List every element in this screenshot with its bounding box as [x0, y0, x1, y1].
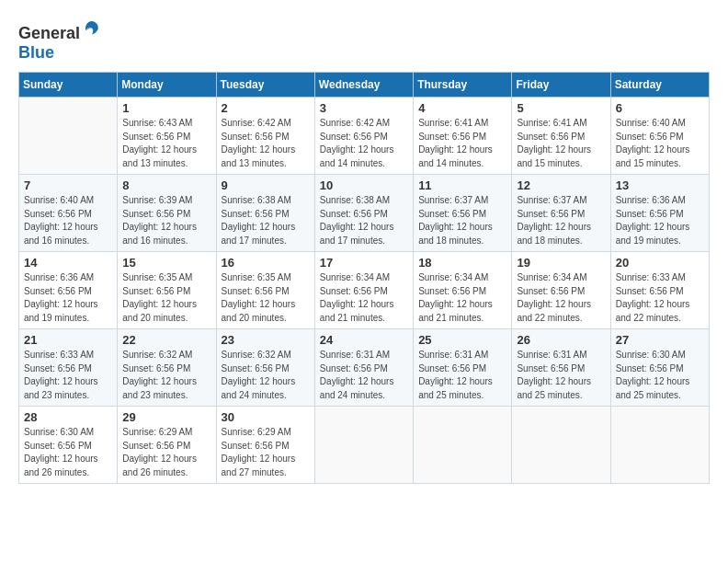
calendar-cell: 28 Sunrise: 6:30 AMSunset: 6:56 PMDaylig… [19, 407, 118, 484]
day-info: Sunrise: 6:30 AMSunset: 6:56 PMDaylight:… [24, 426, 112, 479]
day-number: 30 [222, 410, 310, 424]
calendar-cell: 16 Sunrise: 6:35 AMSunset: 6:56 PMDaylig… [216, 252, 314, 329]
calendar-cell: 11 Sunrise: 6:37 AMSunset: 6:56 PMDaylig… [414, 175, 512, 252]
calendar-table: SundayMondayTuesdayWednesdayThursdayFrid… [18, 72, 710, 484]
day-info: Sunrise: 6:40 AMSunset: 6:56 PMDaylight:… [24, 194, 112, 247]
calendar-cell: 20 Sunrise: 6:33 AMSunset: 6:56 PMDaylig… [610, 252, 709, 329]
day-info: Sunrise: 6:43 AMSunset: 6:56 PMDaylight:… [122, 117, 210, 170]
calendar-cell: 30 Sunrise: 6:29 AMSunset: 6:56 PMDaylig… [216, 407, 314, 484]
day-info: Sunrise: 6:32 AMSunset: 6:56 PMDaylight:… [122, 349, 210, 402]
page-header: General Blue [18, 18, 710, 63]
day-info: Sunrise: 6:30 AMSunset: 6:56 PMDaylight:… [616, 349, 704, 402]
day-info: Sunrise: 6:37 AMSunset: 6:56 PMDaylight:… [418, 194, 506, 247]
day-number: 28 [24, 410, 112, 424]
day-number: 23 [222, 333, 310, 347]
weekday-monday: Monday [118, 73, 216, 98]
calendar-cell [314, 407, 413, 484]
day-info: Sunrise: 6:34 AMSunset: 6:56 PMDaylight:… [418, 271, 506, 325]
day-info: Sunrise: 6:34 AMSunset: 6:56 PMDaylight:… [517, 271, 605, 325]
day-number: 24 [320, 333, 408, 347]
day-info: Sunrise: 6:33 AMSunset: 6:56 PMDaylight:… [616, 271, 704, 325]
day-info: Sunrise: 6:40 AMSunset: 6:56 PMDaylight:… [616, 117, 704, 170]
logo-wordmark: General Blue [18, 18, 102, 63]
day-number: 3 [320, 101, 408, 115]
calendar-cell: 15 Sunrise: 6:35 AMSunset: 6:56 PMDaylig… [118, 252, 216, 329]
logo-blue: Blue [18, 43, 54, 62]
day-info: Sunrise: 6:32 AMSunset: 6:56 PMDaylight:… [222, 349, 310, 402]
day-number: 27 [616, 333, 704, 347]
calendar-cell: 27 Sunrise: 6:30 AMSunset: 6:56 PMDaylig… [610, 329, 709, 407]
calendar-week-5: 28 Sunrise: 6:30 AMSunset: 6:56 PMDaylig… [19, 407, 710, 484]
calendar-cell [19, 98, 118, 175]
day-info: Sunrise: 6:36 AMSunset: 6:56 PMDaylight:… [24, 271, 112, 325]
day-number: 29 [122, 410, 210, 424]
weekday-saturday: Saturday [610, 73, 709, 98]
calendar-week-4: 21 Sunrise: 6:33 AMSunset: 6:56 PMDaylig… [19, 329, 710, 407]
calendar-week-2: 7 Sunrise: 6:40 AMSunset: 6:56 PMDayligh… [19, 175, 710, 252]
day-info: Sunrise: 6:35 AMSunset: 6:56 PMDaylight:… [122, 271, 210, 325]
day-number: 4 [418, 101, 506, 115]
day-number: 6 [616, 101, 704, 115]
weekday-tuesday: Tuesday [216, 73, 314, 98]
day-info: Sunrise: 6:41 AMSunset: 6:56 PMDaylight:… [517, 117, 605, 170]
calendar-week-1: 1 Sunrise: 6:43 AMSunset: 6:56 PMDayligh… [19, 98, 710, 175]
day-number: 13 [616, 178, 704, 192]
calendar-cell: 6 Sunrise: 6:40 AMSunset: 6:56 PMDayligh… [610, 98, 709, 175]
calendar-cell: 21 Sunrise: 6:33 AMSunset: 6:56 PMDaylig… [19, 329, 118, 407]
weekday-thursday: Thursday [414, 73, 512, 98]
calendar-cell: 13 Sunrise: 6:36 AMSunset: 6:56 PMDaylig… [610, 175, 709, 252]
calendar-cell: 19 Sunrise: 6:34 AMSunset: 6:56 PMDaylig… [512, 252, 610, 329]
day-info: Sunrise: 6:34 AMSunset: 6:56 PMDaylight:… [320, 271, 408, 325]
day-info: Sunrise: 6:29 AMSunset: 6:56 PMDaylight:… [222, 426, 310, 479]
calendar-cell [512, 407, 610, 484]
day-info: Sunrise: 6:29 AMSunset: 6:56 PMDaylight:… [122, 426, 210, 479]
day-number: 8 [122, 178, 210, 192]
day-info: Sunrise: 6:36 AMSunset: 6:56 PMDaylight:… [616, 194, 704, 247]
day-number: 2 [222, 101, 310, 115]
day-number: 14 [24, 256, 112, 270]
calendar-cell: 10 Sunrise: 6:38 AMSunset: 6:56 PMDaylig… [314, 175, 413, 252]
weekday-wednesday: Wednesday [314, 73, 413, 98]
day-info: Sunrise: 6:33 AMSunset: 6:56 PMDaylight:… [24, 349, 112, 402]
day-number: 22 [122, 333, 210, 347]
logo: General Blue [18, 18, 102, 63]
day-info: Sunrise: 6:38 AMSunset: 6:56 PMDaylight:… [222, 194, 310, 247]
calendar-cell: 22 Sunrise: 6:32 AMSunset: 6:56 PMDaylig… [118, 329, 216, 407]
calendar-cell: 7 Sunrise: 6:40 AMSunset: 6:56 PMDayligh… [19, 175, 118, 252]
weekday-sunday: Sunday [19, 73, 118, 98]
calendar-week-3: 14 Sunrise: 6:36 AMSunset: 6:56 PMDaylig… [19, 252, 710, 329]
calendar-cell: 5 Sunrise: 6:41 AMSunset: 6:56 PMDayligh… [512, 98, 610, 175]
day-number: 16 [222, 256, 310, 270]
day-info: Sunrise: 6:35 AMSunset: 6:56 PMDaylight:… [222, 271, 310, 325]
day-number: 26 [517, 333, 605, 347]
day-number: 25 [418, 333, 506, 347]
day-info: Sunrise: 6:42 AMSunset: 6:56 PMDaylight:… [222, 117, 310, 170]
calendar-cell: 12 Sunrise: 6:37 AMSunset: 6:56 PMDaylig… [512, 175, 610, 252]
calendar-header: SundayMondayTuesdayWednesdayThursdayFrid… [19, 73, 710, 98]
calendar-cell: 3 Sunrise: 6:42 AMSunset: 6:56 PMDayligh… [314, 98, 413, 175]
day-number: 5 [517, 101, 605, 115]
day-number: 11 [418, 178, 506, 192]
weekday-friday: Friday [512, 73, 610, 98]
calendar-body: 1 Sunrise: 6:43 AMSunset: 6:56 PMDayligh… [19, 98, 710, 484]
day-number: 20 [616, 256, 704, 270]
calendar-cell: 17 Sunrise: 6:34 AMSunset: 6:56 PMDaylig… [314, 252, 413, 329]
calendar-cell: 1 Sunrise: 6:43 AMSunset: 6:56 PMDayligh… [118, 98, 216, 175]
calendar-cell: 18 Sunrise: 6:34 AMSunset: 6:56 PMDaylig… [414, 252, 512, 329]
calendar-cell: 4 Sunrise: 6:41 AMSunset: 6:56 PMDayligh… [414, 98, 512, 175]
day-number: 17 [320, 256, 408, 270]
day-info: Sunrise: 6:42 AMSunset: 6:56 PMDaylight:… [320, 117, 408, 170]
day-number: 7 [24, 178, 112, 192]
day-info: Sunrise: 6:39 AMSunset: 6:56 PMDaylight:… [122, 194, 210, 247]
day-number: 1 [122, 101, 210, 115]
calendar-cell: 24 Sunrise: 6:31 AMSunset: 6:56 PMDaylig… [314, 329, 413, 407]
calendar-cell: 23 Sunrise: 6:32 AMSunset: 6:56 PMDaylig… [216, 329, 314, 407]
calendar-cell [414, 407, 512, 484]
day-info: Sunrise: 6:31 AMSunset: 6:56 PMDaylight:… [418, 349, 506, 402]
calendar-cell: 26 Sunrise: 6:31 AMSunset: 6:56 PMDaylig… [512, 329, 610, 407]
calendar-cell: 25 Sunrise: 6:31 AMSunset: 6:56 PMDaylig… [414, 329, 512, 407]
calendar-cell [610, 407, 709, 484]
day-number: 21 [24, 333, 112, 347]
day-info: Sunrise: 6:37 AMSunset: 6:56 PMDaylight:… [517, 194, 605, 247]
calendar-cell: 9 Sunrise: 6:38 AMSunset: 6:56 PMDayligh… [216, 175, 314, 252]
